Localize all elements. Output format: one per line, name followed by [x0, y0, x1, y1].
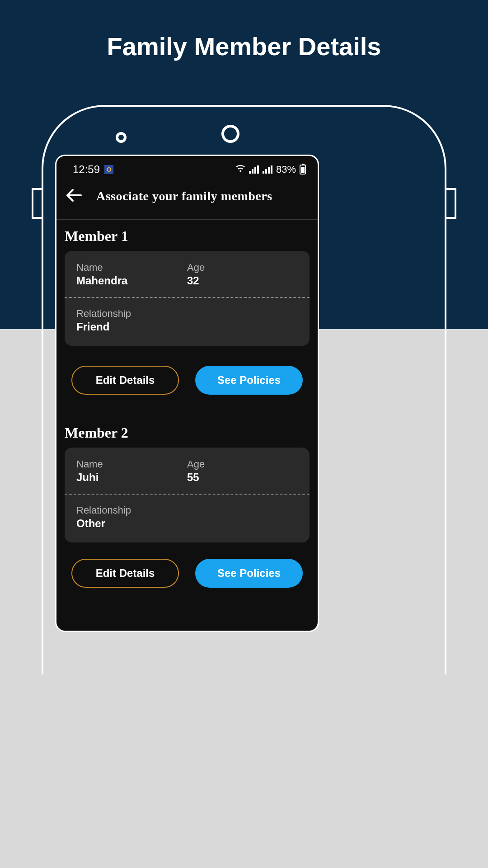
age-label: Age: [187, 262, 298, 274]
card-divider: [65, 297, 310, 298]
battery-percent: 83%: [276, 164, 296, 175]
see-policies-button[interactable]: See Policies: [195, 366, 303, 395]
see-policies-button[interactable]: See Policies: [195, 559, 303, 588]
member-heading: Member 1: [65, 225, 310, 251]
card-divider: [65, 494, 310, 495]
svg-point-1: [239, 170, 241, 172]
battery-icon: [300, 165, 306, 175]
member-heading: Member 2: [65, 422, 310, 448]
svg-point-0: [107, 168, 111, 171]
member-card: Name Juhi Age 55 Relationship Other: [65, 448, 310, 542]
relationship-value: Other: [76, 517, 298, 530]
age-value: 32: [187, 274, 298, 287]
button-row: Edit Details See Policies: [65, 559, 310, 588]
relationship-label: Relationship: [76, 308, 298, 320]
phone-speaker-icon: [221, 125, 239, 143]
signal-bars-icon: [249, 165, 259, 174]
back-arrow-icon[interactable]: [66, 189, 82, 204]
member-card: Name Mahendra Age 32 Relationship Friend: [65, 251, 310, 346]
edit-details-button[interactable]: Edit Details: [71, 559, 179, 588]
status-bar: 12:59 83%: [56, 156, 318, 178]
name-label: Name: [76, 262, 187, 274]
app-bar: Associate your family members: [56, 178, 318, 220]
status-time: 12:59: [73, 163, 100, 176]
status-bar-right: 83%: [235, 164, 306, 175]
signal-bars-icon-2: [263, 165, 272, 174]
wifi-icon: [235, 164, 245, 175]
age-label: Age: [187, 458, 298, 470]
relationship-value: Friend: [76, 321, 298, 333]
name-label: Name: [76, 458, 187, 470]
app-screen: 12:59 83% Associate your f: [55, 155, 319, 632]
name-value: Juhi: [76, 471, 187, 484]
button-row: Edit Details See Policies: [65, 366, 310, 395]
edit-details-button[interactable]: Edit Details: [71, 366, 179, 395]
content-area: Member 1 Name Mahendra Age 32 Relationsh…: [56, 220, 318, 588]
status-bar-left: 12:59: [73, 163, 113, 176]
age-value: 55: [187, 471, 298, 484]
relationship-label: Relationship: [76, 505, 298, 516]
page-title: Family Member Details: [0, 32, 488, 61]
app-title: Associate your family members: [96, 189, 272, 203]
name-value: Mahendra: [76, 274, 187, 287]
phone-camera-icon: [116, 132, 127, 143]
app-indicator-icon: [104, 165, 113, 174]
